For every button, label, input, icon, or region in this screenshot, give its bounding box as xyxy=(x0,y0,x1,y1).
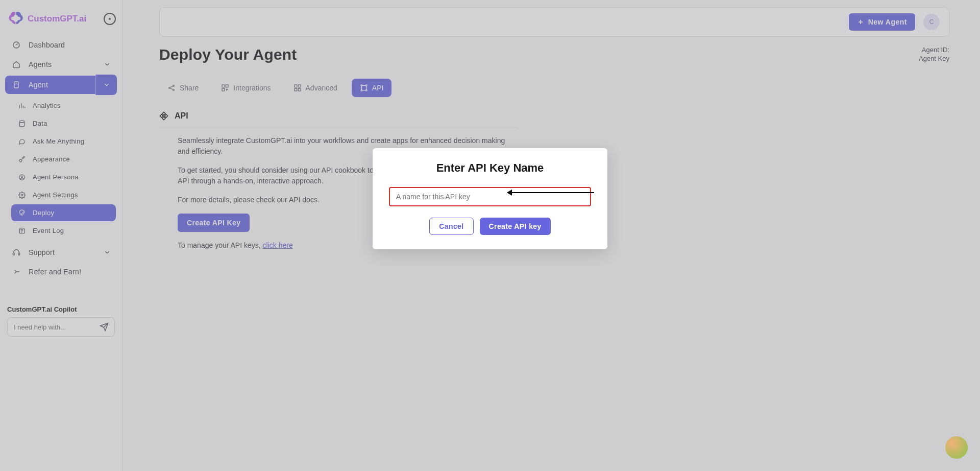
api-key-name-modal: Enter API Key Name Cancel Create API key xyxy=(373,148,607,249)
api-key-name-input[interactable] xyxy=(389,187,591,206)
modal-overlay[interactable]: Enter API Key Name Cancel Create API key xyxy=(0,0,980,471)
annotation-arrow xyxy=(507,192,594,193)
create-api-key-submit-button[interactable]: Create API key xyxy=(480,218,551,235)
chat-fab[interactable] xyxy=(945,436,968,459)
modal-title: Enter API Key Name xyxy=(389,161,591,175)
cancel-button[interactable]: Cancel xyxy=(429,218,473,235)
